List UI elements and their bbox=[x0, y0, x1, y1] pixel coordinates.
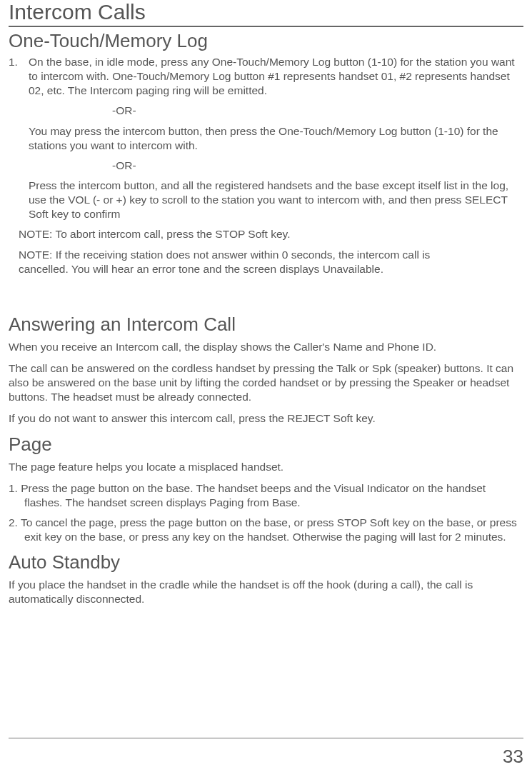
section-answering-heading: Answering an Intercom Call bbox=[9, 314, 523, 336]
paragraph-text: The call can be answered on the cordless… bbox=[9, 361, 523, 404]
section-page-heading: Page bbox=[9, 433, 523, 456]
paragraph-text: If you do not want to answer this interc… bbox=[9, 411, 523, 426]
paragraph-text: If you place the handset in the cradle w… bbox=[9, 578, 523, 606]
list-item-text: 1. Press the page button on the base. Th… bbox=[9, 481, 523, 510]
paragraph-text: When you receive an Intercom call, the d… bbox=[9, 340, 523, 354]
alt-step-text: Press the intercom button, and all the r… bbox=[29, 179, 523, 221]
page-number: 33 bbox=[9, 738, 523, 768]
or-separator: -OR- bbox=[112, 159, 523, 173]
section-onetouch-heading: One-Touch/Memory Log bbox=[9, 30, 523, 52]
alt-step-text: You may press the intercom button, then … bbox=[29, 124, 523, 153]
section-autostandby-heading: Auto Standby bbox=[9, 551, 523, 573]
note-text: NOTE: To abort intercom call, press the … bbox=[19, 227, 481, 241]
list-item-text: 2. To cancel the page, press the page bu… bbox=[9, 516, 523, 544]
list-item-text: On the base, in idle mode, press any One… bbox=[29, 55, 523, 98]
or-separator: -OR- bbox=[112, 104, 523, 118]
paragraph-text: The page feature helps you locate a misp… bbox=[9, 460, 523, 474]
note-text: NOTE: If the receiving station does not … bbox=[19, 248, 481, 276]
list-number: 1. bbox=[9, 55, 29, 98]
page-title: Intercom Calls bbox=[9, 0, 523, 27]
